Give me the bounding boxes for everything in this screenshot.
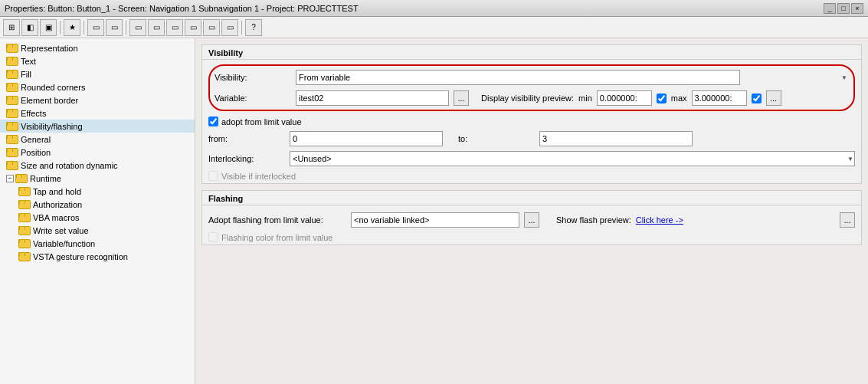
flashing-color-checkbox[interactable] [208,232,218,242]
toolbar-btn-11[interactable]: ▭ [203,19,220,36]
sidebar-item-vsta-gesture[interactable]: VSTA gesture recognition [0,250,195,263]
max-check2[interactable] [752,94,762,103]
toolbar-btn-5[interactable]: ▭ [87,19,104,36]
toolbar-sep-1 [60,21,61,34]
flashing-color-row: Flashing color from limit value [202,230,861,245]
folder-icon [6,134,18,144]
max-value-input[interactable] [692,90,747,106]
sidebar-item-label: Text [21,57,36,66]
sidebar-item-label: Tap and hold [33,187,81,196]
expand-icon[interactable]: − [6,175,14,182]
sidebar-item-effects[interactable]: Effects [0,107,195,120]
toolbar-btn-6[interactable]: ▭ [106,19,123,36]
max-browse-button[interactable]: ... [766,90,781,106]
interlocking-label: Interlocking: [208,154,285,163]
minimize-button[interactable]: _ [824,3,836,14]
folder-icon [6,160,18,170]
toolbar-btn-1[interactable]: ⊞ [3,19,20,36]
toolbar-btn-8[interactable]: ▭ [148,19,165,36]
sidebar-item-authorization[interactable]: Authorization [0,198,195,211]
sidebar: Representation Text Fill Rounded corners… [0,38,195,384]
close-button[interactable]: × [851,3,863,14]
title-bar: Properties: Button: Button_1 - Screen: N… [0,0,868,17]
content-area: Visibility Visibility: From variable Alw… [195,38,868,384]
toolbar-btn-3[interactable]: ▣ [40,19,57,36]
sidebar-item-fill[interactable]: Fill [0,67,195,80]
sidebar-item-vba-macros[interactable]: VBA macros [0,211,195,224]
flash-preview-browse-button[interactable]: ... [840,212,855,228]
toolbar-btn-4[interactable]: ★ [64,19,80,36]
sidebar-item-write-set-value[interactable]: Write set value [0,224,195,237]
folder-icon [6,43,18,53]
toolbar-btn-10[interactable]: ▭ [185,19,201,36]
folder-icon [6,69,18,79]
interlocking-select[interactable]: <Unused> [290,151,855,166]
visibility-section-header: Visibility [202,45,861,59]
toolbar: ⊞ ◧ ▣ ★ ▭ ▭ ▭ ▭ ▭ ▭ ▭ ▭ ? [0,17,868,38]
adopt-flashing-input[interactable] [351,212,519,228]
help-button[interactable]: ? [245,19,262,36]
folder-icon [6,56,18,66]
toolbar-btn-12[interactable]: ▭ [221,19,238,36]
toolbar-sep-3 [126,21,126,34]
adopt-flashing-row: Adopt flashing from limit value: ... Sho… [202,210,861,230]
sidebar-item-label: Fill [21,70,31,79]
sidebar-item-position[interactable]: Position [0,146,195,159]
adopt-flashing-browse-button[interactable]: ... [524,212,539,228]
variable-browse-button[interactable]: ... [454,90,469,106]
toolbar-btn-9[interactable]: ▭ [166,19,183,36]
sidebar-item-representation[interactable]: Representation [0,41,195,54]
toolbar-btn-2[interactable]: ◧ [21,19,38,36]
toolbar-sep-2 [84,21,84,34]
sidebar-item-variable-function[interactable]: Variable/function [0,237,195,250]
sidebar-item-label: Variable/function [33,239,95,248]
sidebar-item-visibility-flashing[interactable]: Visibility/flashing [0,120,195,133]
flashing-section-header: Flashing [202,191,861,205]
max-checkbox[interactable] [657,94,667,103]
visibility-label: Visibility: [215,73,291,82]
sidebar-item-label: VSTA gesture recognition [33,252,128,261]
adopt-limit-checkbox[interactable] [208,117,218,126]
sidebar-item-general[interactable]: General [0,133,195,146]
folder-icon [18,225,31,235]
title-bar-controls: _ □ × [824,3,863,14]
sidebar-item-size-rotation[interactable]: Size and rotation dynamic [0,159,195,172]
sidebar-item-label: Position [21,148,51,157]
to-input[interactable] [539,131,693,146]
sidebar-item-label: Visibility/flashing [21,122,83,131]
visibility-row: Visibility: From variable Always visible… [215,68,849,87]
dropdown-arrow-icon: ▼ [841,74,847,81]
from-label: from: [208,134,285,143]
visible-interlocked-row: Visible if interlocked [202,169,861,183]
folder-icon [18,238,31,248]
click-here-link[interactable]: Click here -> [636,215,683,225]
toolbar-btn-7[interactable]: ▭ [129,19,146,36]
sidebar-item-text[interactable]: Text [0,54,195,67]
visible-interlocked-checkbox[interactable] [208,171,218,181]
min-value-input[interactable] [597,90,652,106]
from-group: from: [208,131,443,146]
sidebar-item-label: Effects [21,109,46,118]
sidebar-item-element-border[interactable]: Element border [0,94,195,107]
sidebar-item-runtime[interactable]: − Runtime [0,172,195,185]
min-label: min [578,94,592,103]
variable-input[interactable] [296,90,449,106]
folder-icon [6,108,18,118]
to-label: to: [458,134,535,143]
folder-icon [18,186,31,196]
sidebar-item-label: Element border [21,96,78,105]
adopt-limit-label: adopt from limit value [221,117,302,126]
maximize-button[interactable]: □ [837,3,850,14]
sidebar-item-label: Rounded corners [21,83,85,92]
sidebar-item-label: Authorization [33,200,82,209]
folder-icon [6,147,18,157]
sidebar-item-rounded-corners[interactable]: Rounded corners [0,80,195,94]
to-group: to: [458,131,693,146]
visible-interlocked-label: Visible if interlocked [221,172,296,181]
adopt-flashing-label: Adopt flashing from limit value: [208,215,346,225]
from-input[interactable] [290,131,443,146]
visibility-panel: Visibility Visibility: From variable Alw… [201,44,862,184]
visibility-select[interactable]: From variable Always visible Always invi… [296,70,740,85]
sidebar-item-tap-and-hold[interactable]: Tap and hold [0,185,195,198]
sidebar-item-label: VBA macros [33,213,80,222]
